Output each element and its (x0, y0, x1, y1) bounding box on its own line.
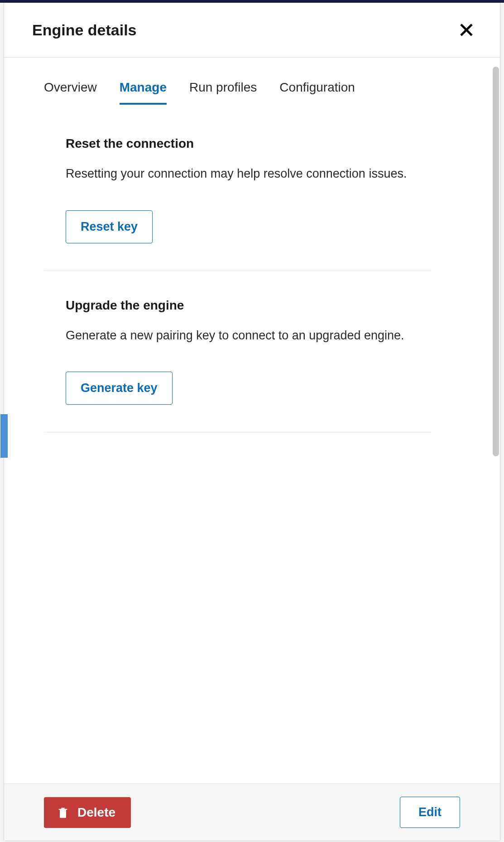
tab-overview[interactable]: Overview (44, 80, 97, 105)
engine-details-modal: Engine details Overview Manage Run profi… (4, 3, 500, 841)
upgrade-section-title: Upgrade the engine (66, 298, 426, 313)
reset-section-description: Resetting your connection may help resol… (66, 165, 426, 183)
modal-header: Engine details (4, 3, 500, 58)
modal-footer: Delete Edit (4, 784, 500, 841)
edit-button[interactable]: Edit (400, 797, 460, 828)
tab-manage[interactable]: Manage (120, 80, 167, 105)
modal-body: Overview Manage Run profiles Configurati… (4, 58, 500, 784)
reset-connection-section: Reset the connection Resetting your conn… (44, 136, 431, 271)
reset-section-title: Reset the connection (66, 136, 426, 151)
modal-title: Engine details (32, 21, 137, 39)
generate-key-button[interactable]: Generate key (66, 372, 173, 405)
close-button[interactable] (456, 19, 477, 41)
tab-list: Overview Manage Run profiles Configurati… (44, 58, 472, 105)
tab-run-profiles[interactable]: Run profiles (189, 80, 257, 105)
scrollbar[interactable] (492, 58, 500, 784)
close-icon (458, 22, 475, 38)
delete-button[interactable]: Delete (44, 797, 131, 828)
upgrade-engine-section: Upgrade the engine Generate a new pairin… (44, 298, 431, 433)
reset-key-button[interactable]: Reset key (66, 210, 153, 243)
upgrade-section-description: Generate a new pairing key to connect to… (66, 326, 426, 345)
left-accent-indicator (0, 414, 8, 458)
trash-icon (57, 806, 69, 819)
delete-button-label: Delete (77, 805, 115, 820)
scrollbar-thumb[interactable] (493, 67, 499, 456)
tab-configuration[interactable]: Configuration (279, 80, 355, 105)
